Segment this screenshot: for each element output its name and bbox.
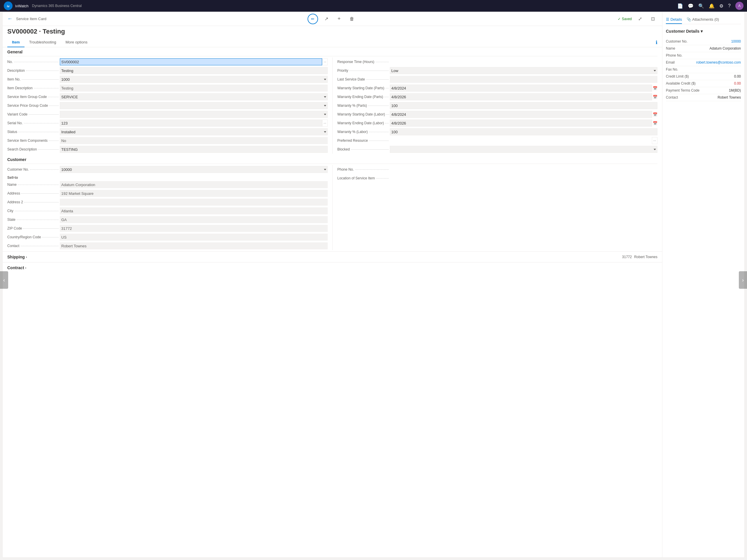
page-header-bar: ← Service Item Card ✏ ↗ + 🗑 ✓ Saved ⤢ ⊡: [3, 12, 662, 26]
gear-icon[interactable]: ⚙: [719, 3, 723, 9]
shipping-section-header[interactable]: Shipping › 31772 Robert Townes: [3, 252, 662, 262]
warranty-end-parts-calendar-icon[interactable]: 📅: [653, 95, 658, 99]
back-button[interactable]: ←: [7, 16, 12, 22]
service-price-group-code-select[interactable]: [60, 102, 328, 109]
field-row-serial-no: Serial No. ···: [7, 119, 328, 128]
response-time-label: Response Time (Hours): [337, 60, 390, 64]
shipping-zip-value: 31772: [622, 255, 632, 259]
warranty-start-parts-calendar-icon[interactable]: 📅: [653, 86, 658, 90]
no-ellipsis-button[interactable]: ···: [322, 58, 328, 65]
detail-row-phone-no: Phone No.: [666, 52, 741, 59]
field-row-name: Name: [7, 180, 328, 189]
general-section-title: General: [7, 50, 658, 56]
blocked-select[interactable]: [390, 146, 658, 153]
response-time-input[interactable]: [390, 58, 658, 65]
no-input[interactable]: [60, 58, 322, 65]
field-row-no: No. ···: [7, 57, 328, 66]
tab-more-options[interactable]: More options: [61, 37, 92, 47]
delete-button[interactable]: 🗑: [347, 14, 357, 24]
panel-tab-details[interactable]: ☰ Details: [666, 16, 682, 24]
warranty-end-labor-calendar-icon[interactable]: 📅: [653, 121, 658, 126]
details-tab-icon: ☰: [666, 17, 671, 22]
breadcrumb: Service Item Card: [16, 17, 46, 21]
logo-icon: iv: [3, 1, 13, 10]
warranty-pct-parts-input[interactable]: [390, 102, 658, 109]
preferred-resource-input[interactable]: [390, 137, 652, 144]
info-icon[interactable]: ℹ: [656, 40, 658, 45]
search-icon[interactable]: 🔍: [698, 3, 704, 9]
detail-row-contact: Contact Robert Townes: [666, 94, 741, 101]
state-label: State: [7, 218, 60, 222]
collapse-button[interactable]: ⊡: [648, 14, 658, 24]
preferred-resource-ellipsis-button[interactable]: ···: [652, 137, 658, 144]
search-description-input[interactable]: [60, 146, 328, 153]
customer-details-title[interactable]: Customer Details ▾: [666, 29, 741, 33]
add-button[interactable]: +: [334, 14, 344, 24]
contract-chevron-icon: ›: [25, 266, 26, 269]
contract-section-header[interactable]: Contract ›: [3, 263, 662, 273]
description-input[interactable]: [60, 67, 328, 74]
chat-icon[interactable]: 💬: [688, 3, 694, 9]
expand-button[interactable]: ⤢: [635, 14, 645, 24]
tab-item[interactable]: Item: [7, 37, 25, 47]
bell-icon[interactable]: 🔔: [709, 3, 715, 9]
customer-section-title: Customer: [7, 157, 658, 164]
top-navigation: iv ivWatch Dynamics 365 Business Central…: [0, 0, 747, 12]
service-item-group-code-select[interactable]: SERVICE: [60, 93, 328, 100]
warranty-end-labor-input[interactable]: [390, 119, 652, 127]
last-service-date-input: [390, 76, 658, 83]
warranty-pct-parts-label: Warranty % (Parts): [337, 104, 390, 108]
field-row-country: Country/Region Code: [7, 233, 328, 241]
detail-customer-no-value[interactable]: 10000: [731, 39, 741, 44]
detail-email-value[interactable]: robert.townes@contoso.com: [696, 60, 741, 64]
doc-icon[interactable]: 📄: [677, 3, 683, 9]
share-button[interactable]: ↗: [321, 14, 331, 24]
warranty-pct-labor-input[interactable]: [390, 128, 658, 135]
panel-tab-attachments[interactable]: 📎 Attachments (0): [687, 16, 719, 24]
detail-customer-no-label: Customer No.: [666, 39, 688, 44]
customer-no-select[interactable]: 10000: [60, 166, 328, 173]
field-row-service-price-group-code: Service Price Group Code: [7, 101, 328, 110]
edit-button[interactable]: ✏: [308, 14, 318, 24]
field-row-warranty-pct-labor: Warranty % (Labor): [337, 128, 658, 136]
warranty-start-labor-calendar-icon[interactable]: 📅: [653, 112, 658, 117]
app-logo[interactable]: iv ivWatch: [3, 1, 29, 10]
warranty-end-parts-input[interactable]: [390, 93, 652, 100]
variant-code-label: Variant Code: [7, 112, 60, 116]
field-row-warranty-pct-parts: Warranty % (Parts): [337, 101, 658, 110]
field-row-description: Description: [7, 66, 328, 75]
item-no-select[interactable]: 1000: [60, 76, 328, 83]
tab-troubleshooting[interactable]: Troubleshooting: [25, 37, 61, 47]
field-row-preferred-resource: Preferred Resource ···: [337, 136, 658, 145]
field-row-contact: Contact: [7, 241, 328, 250]
detail-contact-label: Contact: [666, 96, 678, 100]
field-row-status: Status Installed: [7, 128, 328, 136]
attachments-tab-icon: 📎: [687, 17, 692, 22]
phone-no-input[interactable]: [390, 166, 658, 173]
serial-no-input[interactable]: [60, 119, 322, 127]
service-item-components-label: Service Item Components: [7, 138, 60, 143]
warranty-end-parts-label: Warranty Ending Date (Parts): [337, 95, 390, 99]
serial-no-ellipsis-button[interactable]: ···: [322, 119, 328, 127]
prev-record-button[interactable]: ‹: [0, 271, 8, 289]
user-avatar[interactable]: A: [735, 2, 744, 10]
priority-select[interactable]: Low: [390, 67, 658, 74]
warranty-start-parts-input[interactable]: [390, 85, 652, 91]
customer-left-col: Customer No. 10000 Sell-to: [7, 165, 332, 250]
help-icon[interactable]: ?: [728, 3, 731, 8]
field-row-blocked: Blocked: [337, 145, 658, 154]
warranty-start-labor-input[interactable]: [390, 111, 652, 118]
field-row-search-description: Search Description: [7, 145, 328, 154]
status-select[interactable]: Installed: [60, 128, 328, 135]
shipping-contact-value: Robert Townes: [634, 255, 658, 259]
field-row-priority: Priority Low: [337, 66, 658, 75]
service-item-components-input: [60, 137, 328, 144]
field-row-service-item-group-code: Service Item Group Code SERVICE: [7, 92, 328, 101]
warranty-end-labor-label: Warranty Ending Date (Labor): [337, 121, 390, 125]
location-service-item-input[interactable]: [390, 175, 658, 182]
location-service-item-label: Location of Service Item: [337, 176, 390, 180]
next-record-button[interactable]: ›: [739, 271, 747, 289]
field-row-phone-no: Phone No.: [337, 165, 658, 174]
item-no-label: Item No.: [7, 77, 60, 81]
variant-code-select[interactable]: [60, 111, 328, 118]
